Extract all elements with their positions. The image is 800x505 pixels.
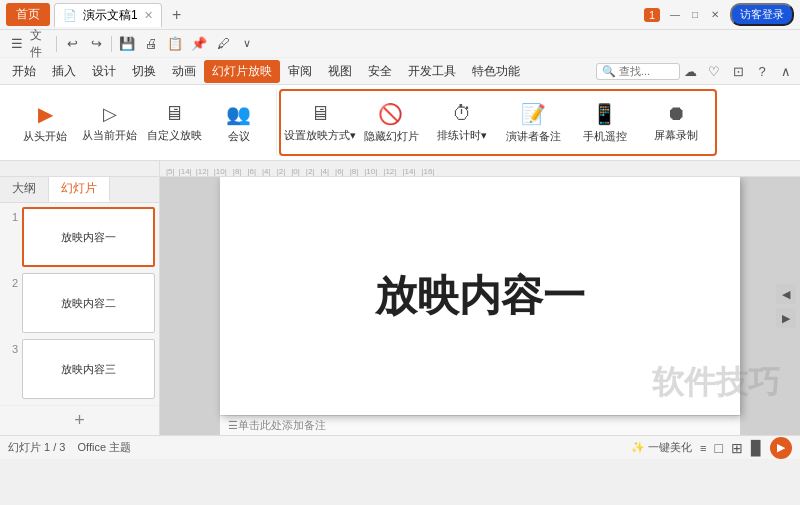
help-icon[interactable]: ?: [752, 61, 772, 81]
status-right: ✨ 一键美化 ≡ □ ⊞ ▉ ▶: [631, 437, 792, 459]
setup-mode-button[interactable]: 🖥 设置放映方式▾: [285, 98, 354, 147]
undo-button[interactable]: ↩: [61, 33, 83, 55]
home-button[interactable]: 首页: [6, 3, 50, 26]
menu-developer[interactable]: 开发工具: [400, 60, 464, 83]
search-icon: 🔍: [602, 65, 616, 78]
slide-num-2: 2: [4, 273, 18, 289]
ribbon-buttons-play: ▶ 从头开始 ▷ 从当前开始 🖥 自定义放映 👥 会议: [14, 89, 270, 156]
menu-special[interactable]: 特色功能: [464, 60, 528, 83]
menu-view[interactable]: 视图: [320, 60, 360, 83]
custom-slideshow-button[interactable]: 🖥 自定义放映: [143, 98, 206, 147]
main-area: 大纲 幻灯片 1 放映内容一 2 放映内容二 3 放映内容三 + 放映内容一 ☰: [0, 177, 800, 435]
search-input[interactable]: [619, 65, 674, 77]
slide-list: 1 放映内容一 2 放映内容二 3 放映内容三: [0, 203, 159, 405]
from-current-button[interactable]: ▷ 从当前开始: [79, 99, 142, 147]
horizontal-ruler: |5| |14| |12| |10| |8| |6| |4| |2| |0| |…: [160, 161, 800, 176]
menu-review[interactable]: 审阅: [280, 60, 320, 83]
settings-icon[interactable]: ⊡: [728, 61, 748, 81]
copy-button[interactable]: 📋: [164, 33, 186, 55]
custom-icon: 🖥: [164, 102, 184, 125]
slide-num-1: 1: [4, 207, 18, 223]
file-menu[interactable]: 文件: [30, 33, 52, 55]
tab-close-btn[interactable]: ✕: [144, 9, 153, 22]
from-start-button[interactable]: ▶ 从头开始: [14, 98, 77, 148]
save-button[interactable]: 💾: [116, 33, 138, 55]
slide-thumb-3[interactable]: 放映内容三: [22, 339, 155, 399]
play-button[interactable]: ▶: [770, 437, 792, 459]
slide-thumb-2[interactable]: 放映内容二: [22, 273, 155, 333]
share-icon[interactable]: ♡: [704, 61, 724, 81]
beautify-btn[interactable]: ✨ 一键美化: [631, 440, 692, 455]
menu-design[interactable]: 设计: [84, 60, 124, 83]
menu-insert[interactable]: 插入: [44, 60, 84, 83]
timing-button[interactable]: ⏱ 排练计时▾: [428, 98, 497, 147]
maximize-button[interactable]: □: [688, 8, 702, 22]
minimize-button[interactable]: —: [668, 8, 682, 22]
window-controls: — □ ✕: [668, 8, 722, 22]
cloud-icon[interactable]: ☁: [680, 61, 700, 81]
tab-slides[interactable]: 幻灯片: [49, 177, 110, 202]
from-start-label: 从头开始: [23, 129, 67, 144]
menu-transition[interactable]: 切换: [124, 60, 164, 83]
separator-1: [56, 36, 57, 52]
menu-start[interactable]: 开始: [4, 60, 44, 83]
menu-slideshow[interactable]: 幻灯片放映: [204, 60, 280, 83]
ribbon-group-setup: 🖥 设置放映方式▾ 🚫 隐藏幻灯片 ⏱ 排练计时▾ 📝 演讲者备注 📱 手机遥控…: [279, 89, 717, 156]
ribbon-buttons-setup: 🖥 设置放映方式▾ 🚫 隐藏幻灯片 ⏱ 排练计时▾ 📝 演讲者备注 📱 手机遥控…: [285, 93, 711, 152]
grid-view-btn[interactable]: ⊞: [731, 440, 743, 456]
timing-icon: ⏱: [452, 102, 472, 125]
remote-button[interactable]: 📱 手机遥控: [570, 98, 639, 148]
slide-thumb-1[interactable]: 放映内容一: [22, 207, 155, 267]
title-bar: 首页 📄 演示文稿1 ✕ + 1 — □ ✕ 访客登录: [0, 0, 800, 30]
menu-security[interactable]: 安全: [360, 60, 400, 83]
hide-slide-button[interactable]: 🚫 隐藏幻灯片: [356, 98, 425, 148]
menu-animation[interactable]: 动画: [164, 60, 204, 83]
notification-badge: 1: [644, 8, 660, 22]
side-up-btn[interactable]: ◀: [776, 284, 796, 304]
slide-notes[interactable]: ☰ 单击此处添加备注: [220, 415, 740, 435]
paste-button[interactable]: 📌: [188, 33, 210, 55]
play-from-start-icon: ▶: [38, 102, 53, 126]
screen-record-label: 屏幕录制: [654, 128, 698, 143]
add-slide-button[interactable]: +: [0, 405, 159, 435]
timing-label: 排练计时▾: [437, 128, 487, 143]
user-login-button[interactable]: 访客登录: [730, 3, 794, 26]
title-bar-left: 首页 📄 演示文稿1 ✕ +: [6, 3, 188, 27]
notes-text: 单击此处添加备注: [238, 418, 326, 433]
title-bar-right: 1 — □ ✕ 访客登录: [644, 3, 794, 26]
presenter-notes-label: 演讲者备注: [506, 129, 561, 144]
slide-canvas[interactable]: 放映内容一: [220, 177, 740, 415]
screen-record-button[interactable]: ⏺ 屏幕录制: [642, 98, 711, 147]
list-view-btn[interactable]: □: [715, 440, 723, 456]
add-tab-button[interactable]: +: [166, 4, 188, 26]
slide-item-1[interactable]: 1 放映内容一: [4, 207, 155, 267]
search-box[interactable]: 🔍: [596, 63, 680, 80]
document-tab[interactable]: 📄 演示文稿1 ✕: [54, 3, 162, 27]
menu-bar: 开始 插入 设计 切换 动画 幻灯片放映 审阅 视图 安全 开发工具 特色功能 …: [0, 58, 800, 84]
custom-label: 自定义放映: [147, 128, 202, 143]
presenter-notes-button[interactable]: 📝 演讲者备注: [499, 98, 568, 148]
collapse-icon[interactable]: ∧: [776, 61, 796, 81]
print-button[interactable]: 🖨: [140, 33, 162, 55]
slide-num-3: 3: [4, 339, 18, 355]
more-button[interactable]: ∨: [236, 33, 258, 55]
format-button[interactable]: 🖊: [212, 33, 234, 55]
beautify-label: 一键美化: [648, 440, 692, 455]
slide-item-3[interactable]: 3 放映内容三: [4, 339, 155, 399]
redo-button[interactable]: ↪: [85, 33, 107, 55]
tab-outline[interactable]: 大纲: [0, 177, 49, 202]
side-down-btn[interactable]: ▶: [776, 308, 796, 328]
ruler-corner: [0, 161, 160, 176]
meeting-button[interactable]: 👥 会议: [208, 98, 271, 148]
close-button[interactable]: ✕: [708, 8, 722, 22]
slide-main-text: 放映内容一: [375, 268, 585, 324]
document-icon: 📄: [63, 9, 77, 22]
separator-2: [111, 36, 112, 52]
menu-icon[interactable]: ☰: [6, 33, 28, 55]
slide-area: 放映内容一 ☰ 单击此处添加备注 软件技巧 ◀ ▶: [160, 177, 800, 435]
outline-view-btn[interactable]: ▉: [751, 440, 762, 456]
play-from-current-icon: ▷: [103, 103, 117, 125]
slide-item-2[interactable]: 2 放映内容二: [4, 273, 155, 333]
right-side-panel: ◀ ▶: [776, 284, 796, 328]
presenter-notes-icon: 📝: [521, 102, 546, 126]
